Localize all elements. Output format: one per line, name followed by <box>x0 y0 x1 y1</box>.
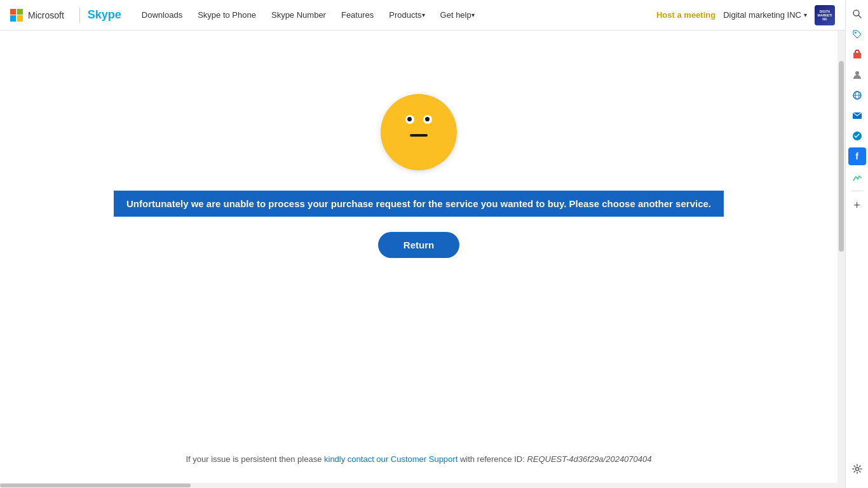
skype-link[interactable]: Skype <box>88 8 121 22</box>
scrollbar-track[interactable] <box>837 30 845 483</box>
emoji-mouth <box>410 134 428 137</box>
nav-right: Host a meeting Digital marketing INC DIG… <box>656 5 835 25</box>
nav-downloads[interactable]: Downloads <box>134 0 190 30</box>
svg-rect-3 <box>853 53 861 58</box>
bottom-scrollbar[interactable] <box>0 483 845 488</box>
error-banner: Unfortunately we are unable to process y… <box>114 191 724 217</box>
digital-marketing-button[interactable]: Digital marketing INC <box>723 10 807 20</box>
telegram-icon[interactable] <box>848 127 866 145</box>
page-content: Unfortunately we are unable to process y… <box>0 30 837 483</box>
svg-point-4 <box>855 71 859 75</box>
brand-logo: Microsoft <box>10 9 64 22</box>
globe-icon[interactable] <box>848 86 866 104</box>
nav-get-help[interactable]: Get help <box>433 0 482 30</box>
add-icon[interactable]: + <box>848 196 866 214</box>
digita-logo: DIGITAMARKETING <box>815 5 835 25</box>
person-icon[interactable] <box>848 66 866 84</box>
navbar: Microsoft Skype Downloads Skype to Phone… <box>0 0 845 30</box>
emoji-illustration <box>381 94 457 170</box>
customer-support-link[interactable]: kindly contact our Customer Support <box>324 454 458 464</box>
nav-skype-number[interactable]: Skype Number <box>264 0 334 30</box>
tag-icon[interactable] <box>848 25 866 43</box>
host-meeting-link[interactable]: Host a meeting <box>656 10 715 20</box>
footer-text-before: If your issue is persistent then please <box>186 454 324 464</box>
analytics-icon[interactable] <box>848 168 866 186</box>
microsoft-label: Microsoft <box>28 10 64 20</box>
nav-divider <box>79 8 80 23</box>
sidebar-divider <box>851 191 864 191</box>
emoji-eyes <box>393 115 444 124</box>
search-icon[interactable] <box>848 5 866 23</box>
bottom-scrollbar-thumb[interactable] <box>0 484 191 487</box>
svg-point-2 <box>855 32 856 33</box>
error-message: Unfortunately we are unable to process y… <box>126 198 711 209</box>
bag-icon[interactable] <box>848 46 866 64</box>
nav-features[interactable]: Features <box>334 0 381 30</box>
scrollbar-thumb[interactable] <box>839 61 844 252</box>
return-button[interactable]: Return <box>378 232 459 258</box>
settings-icon[interactable] <box>848 460 866 478</box>
microsoft-logo <box>10 9 23 22</box>
footer-note: If your issue is persistent then please … <box>0 454 837 464</box>
svg-line-1 <box>858 15 861 18</box>
emoji-eye-right <box>423 115 432 124</box>
nav-links: Downloads Skype to Phone Skype Number Fe… <box>134 0 656 30</box>
nav-products[interactable]: Products <box>381 0 432 30</box>
emoji-face <box>393 110 444 154</box>
right-sidebar: f + <box>845 0 868 488</box>
svg-point-10 <box>855 468 858 471</box>
facebook-icon[interactable]: f <box>848 147 866 165</box>
nav-skype-to-phone[interactable]: Skype to Phone <box>190 0 264 30</box>
footer-text-after: with reference ID: <box>458 454 527 464</box>
reference-id: REQUEST-4d36f29a/2024070404 <box>527 454 651 464</box>
emoji-eye-left <box>405 115 414 124</box>
outlook-icon[interactable] <box>848 107 866 125</box>
